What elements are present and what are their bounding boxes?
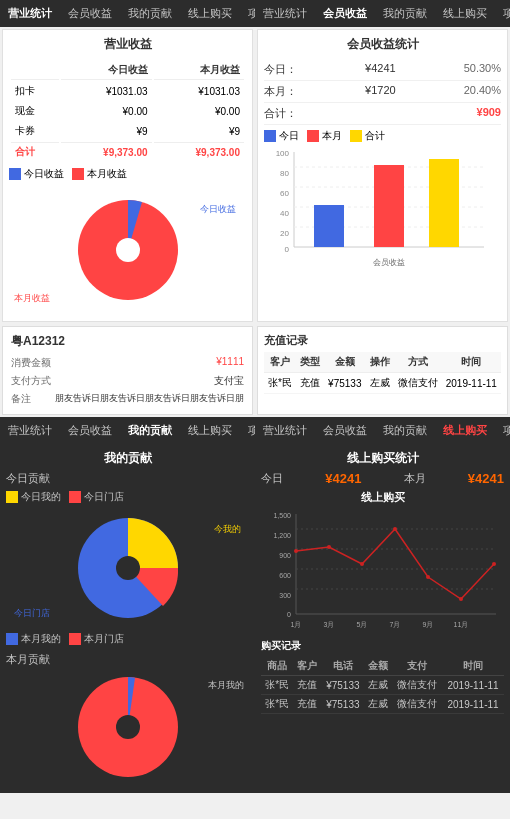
svg-point-34: [294, 549, 298, 553]
svg-text:40: 40: [280, 209, 289, 218]
recharge-row-0: 张*民 充值 ¥75133 左威 微信支付 2019-11-11: [264, 373, 501, 394]
online-line-chart: 1,500 1,200 900 600 300 0: [261, 509, 504, 639]
svg-text:5月: 5月: [357, 621, 368, 628]
svg-point-39: [459, 597, 463, 601]
svg-point-37: [393, 527, 397, 531]
svg-point-1: [116, 238, 140, 262]
online-today-row: 今日 ¥4241 本月 ¥4241: [261, 471, 504, 486]
nav-bar-1: 营业统计 会员收益 我的贡献 线上购买 项目: [0, 0, 255, 27]
nav1-item-2[interactable]: 我的贡献: [120, 4, 180, 23]
legend-contrib-month-shop: 本月门店: [69, 632, 124, 646]
svg-text:3月: 3月: [324, 621, 335, 628]
purchase-row-0: 张*民 充值 ¥75133 左威 微信支付 2019-11-11: [261, 676, 504, 695]
member-title: 会员收益统计: [264, 36, 501, 53]
legend-contrib-month-my: 本月我的: [6, 632, 61, 646]
svg-rect-14: [314, 205, 344, 247]
nav3-item-4[interactable]: 项目: [240, 421, 255, 440]
svg-text:900: 900: [279, 552, 291, 559]
nav2-item-1[interactable]: 会员收益: [315, 4, 375, 23]
revenue-panel: 营业收益 今日收益 本月收益 扣卡 ¥1031.03 ¥1031.03 现金 ¥…: [2, 29, 253, 322]
nav4-item-2[interactable]: 我的贡献: [375, 421, 435, 440]
nav1-item-4[interactable]: 项目: [240, 4, 255, 23]
revenue-pie-chart: 本月收益 今日收益: [9, 185, 246, 315]
nav2-item-2[interactable]: 我的贡献: [375, 4, 435, 23]
contribution-month-label: 本月贡献: [6, 652, 249, 667]
info-row-0: 消费金额 ¥1111: [11, 354, 244, 372]
online-chart-title: 线上购买: [261, 490, 504, 505]
nav-bar-2: 营业统计 会员收益 我的贡献 线上购买 项目: [255, 0, 510, 27]
legend-contrib-my: 今日我的: [6, 490, 61, 504]
legend-member-total: 合计: [350, 129, 385, 143]
nav1-item-3[interactable]: 线上购买: [180, 4, 240, 23]
nav4-item-4[interactable]: 项目: [495, 421, 510, 440]
revenue-row-1: 现金 ¥0.00 ¥0.00: [11, 102, 244, 120]
legend-member-total-dot: [350, 130, 362, 142]
legend-contrib-month-shop-dot: [69, 633, 81, 645]
svg-text:会员收益: 会员收益: [373, 258, 405, 267]
recharge-panel: 充值记录 客户 类型 金额 操作 方式 时间 张*民 充值 ¥75133 左威: [257, 326, 508, 415]
revenue-total-row: 合计 ¥9,373.00 ¥9,373.00: [11, 142, 244, 161]
nav3-item-3[interactable]: 线上购买: [180, 421, 240, 440]
svg-text:20: 20: [280, 229, 289, 238]
contribution-legend-today: 今日我的 今日门店: [6, 490, 249, 504]
nav3-item-0[interactable]: 营业统计: [0, 421, 60, 440]
svg-text:600: 600: [279, 572, 291, 579]
nav-bar-3: 营业统计 会员收益 我的贡献 线上购买 项目: [0, 417, 255, 444]
pie-today-my-label: 今我的: [214, 523, 241, 536]
online-title: 线上购买统计: [261, 450, 504, 467]
member-today-row: 今日： ¥4241 50.30%: [264, 59, 501, 81]
legend-today: 今日收益: [9, 167, 64, 181]
legend-member-month: 本月: [307, 129, 342, 143]
svg-text:0: 0: [287, 611, 291, 618]
nav4-item-1[interactable]: 会员收益: [315, 421, 375, 440]
nav4-item-0[interactable]: 营业统计: [255, 421, 315, 440]
purchase-row-1: 张*民 充值 ¥75133 左威 微信支付 2019-11-11: [261, 695, 504, 714]
nav2-item-0[interactable]: 营业统计: [255, 4, 315, 23]
purchase-title: 购买记录: [261, 639, 504, 653]
svg-rect-15: [374, 165, 404, 247]
legend-contrib-shop: 今日门店: [69, 490, 124, 504]
member-stats-block: 今日： ¥4241 50.30% 本月： ¥1720 20.40% 合计： ¥9…: [264, 59, 501, 125]
nav3-item-2[interactable]: 我的贡献: [120, 421, 180, 440]
nav4-item-3[interactable]: 线上购买: [435, 421, 495, 440]
legend-member-today-dot: [264, 130, 276, 142]
svg-point-19: [116, 556, 140, 580]
legend-contrib-shop-dot: [69, 491, 81, 503]
legend-member-today: 今日: [264, 129, 299, 143]
card-info-panel: 粤A12312 消费金额 ¥1111 支付方式 支付宝 备注 朋友告诉日朋友告诉…: [2, 326, 253, 415]
nav1-item-0[interactable]: 营业统计: [0, 4, 60, 23]
nav1-item-1[interactable]: 会员收益: [60, 4, 120, 23]
recharge-table: 客户 类型 金额 操作 方式 时间 张*民 充值 ¥75133 左威 微信支付 …: [264, 352, 501, 394]
nav2-item-4[interactable]: 项目: [495, 4, 510, 23]
svg-point-40: [492, 562, 496, 566]
revenue-row-0: 扣卡 ¥1031.03 ¥1031.03: [11, 82, 244, 100]
svg-text:7月: 7月: [390, 621, 401, 628]
contribution-legend-month: 本月我的 本月门店: [6, 632, 249, 646]
recharge-title: 充值记录: [264, 333, 501, 348]
revenue-row-2: 卡券 ¥9 ¥9: [11, 122, 244, 140]
svg-point-21: [116, 715, 140, 739]
legend-member-month-dot: [307, 130, 319, 142]
svg-rect-16: [429, 159, 459, 247]
svg-text:1月: 1月: [291, 621, 302, 628]
nav-bar-4: 营业统计 会员收益 我的贡献 线上购买 项目: [255, 417, 510, 444]
online-panel: 线上购买统计 今日 ¥4241 本月 ¥4241 线上购买 1,500 1,20…: [255, 444, 510, 793]
contribution-title: 我的贡献: [6, 450, 249, 467]
pie-month-label: 本月收益: [14, 292, 50, 305]
legend-month: 本月收益: [72, 167, 127, 181]
contribution-today-label: 今日贡献: [6, 471, 249, 486]
svg-text:60: 60: [280, 189, 289, 198]
contribution-today-pie: 今我的 今日门店: [6, 508, 249, 628]
nav3-item-1[interactable]: 会员收益: [60, 421, 120, 440]
member-legend: 今日 本月 合计: [264, 129, 501, 143]
contribution-panel: 我的贡献 今日贡献 今日我的 今日门店 今我的: [0, 444, 255, 793]
legend-today-dot: [9, 168, 21, 180]
card-id: 粤A12312: [11, 333, 244, 350]
svg-point-35: [327, 545, 331, 549]
nav2-item-3[interactable]: 线上购买: [435, 4, 495, 23]
revenue-title: 营业收益: [9, 36, 246, 53]
revenue-legend: 今日收益 本月收益: [9, 167, 246, 181]
pie-today-shop-label: 今日门店: [14, 607, 50, 620]
svg-text:11月: 11月: [454, 621, 469, 628]
svg-text:9月: 9月: [423, 621, 434, 628]
